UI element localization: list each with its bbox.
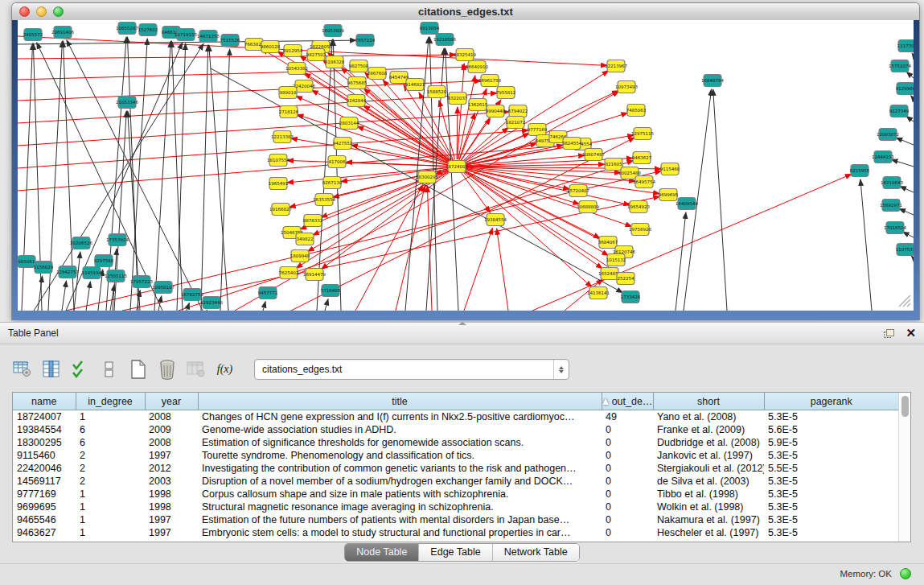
table-cell[interactable]: 1 bbox=[76, 410, 145, 424]
table-row[interactable]: 911546021997Tourette syndrome. Phenomeno… bbox=[13, 449, 898, 462]
graph-node[interactable]: 10807487 bbox=[582, 149, 605, 161]
table-cell[interactable]: 1998 bbox=[145, 501, 198, 513]
graph-node[interactable]: 1145194 bbox=[82, 267, 102, 279]
graph-edge[interactable] bbox=[62, 281, 66, 311]
table-cell[interactable]: 9777169 bbox=[13, 488, 76, 501]
graph-edge[interactable] bbox=[446, 48, 458, 311]
graph-node[interactable]: 14136141 bbox=[587, 287, 610, 299]
graph-edge[interactable] bbox=[325, 299, 328, 311]
graph-node[interactable]: 349822 bbox=[296, 233, 314, 245]
graph-node[interactable]: 10958107 bbox=[152, 282, 175, 294]
table-cell[interactable]: Estimation of significance thresholds fo… bbox=[198, 436, 602, 449]
graph-node[interactable]: 3684067 bbox=[598, 237, 618, 249]
table-cell[interactable]: 9115460 bbox=[13, 449, 76, 462]
column-header-year[interactable]: year bbox=[145, 393, 198, 410]
table-cell[interactable]: 5.9E-5 bbox=[764, 436, 898, 449]
table-cell[interactable]: 5.6E-5 bbox=[764, 423, 898, 436]
graph-node[interactable]: 1733426 bbox=[621, 291, 641, 303]
graph-node[interactable]: 18300295 bbox=[416, 171, 438, 183]
graph-node[interactable]: 9427552 bbox=[333, 138, 353, 150]
table-cell[interactable]: Corpus callosum shape and size in male p… bbox=[198, 488, 602, 501]
graph-edge[interactable] bbox=[464, 155, 585, 166]
table-row[interactable]: 1938455462009Genome-wide association stu… bbox=[13, 423, 898, 436]
table-cell[interactable]: Embryonic stem cells: a model to study s… bbox=[198, 526, 602, 539]
graph-node[interactable]: 19756928 bbox=[629, 224, 651, 236]
graph-edge[interactable] bbox=[74, 252, 80, 311]
graph-node[interactable]: 12444151 bbox=[872, 151, 894, 163]
graph-edge[interactable] bbox=[201, 45, 208, 311]
graph-node[interactable]: 12213383 bbox=[271, 131, 294, 143]
graph-edge[interactable] bbox=[906, 116, 914, 122]
graph-node[interactable]: 7485063 bbox=[626, 105, 647, 117]
table-row[interactable]: 2242004622012Investigating the contribut… bbox=[13, 462, 898, 475]
table-cell[interactable]: Estimation of the future numbers of pati… bbox=[198, 513, 602, 526]
graph-edge[interactable] bbox=[903, 232, 914, 237]
graph-node[interactable]: 16961758 bbox=[478, 75, 501, 87]
graph-edge[interactable] bbox=[911, 256, 914, 258]
table-cell[interactable]: 19384554 bbox=[13, 423, 76, 436]
graph-node[interactable]: 9227349 bbox=[889, 105, 910, 117]
table-row[interactable]: 969969511998Structural magnetic resonanc… bbox=[13, 501, 898, 513]
table-cell[interactable]: 5.3E-5 bbox=[764, 475, 898, 488]
graph-node[interactable]: 1527602 bbox=[138, 24, 158, 36]
graph-node[interactable]: 16409544 bbox=[676, 198, 698, 210]
column-header-name[interactable]: name bbox=[13, 393, 76, 410]
table-cell[interactable]: 2009 bbox=[145, 423, 198, 436]
table-cell[interactable]: Franke et al. (2009) bbox=[653, 423, 764, 436]
graph-node[interactable]: 12093872 bbox=[877, 129, 899, 141]
function-builder-icon[interactable]: f(x) bbox=[214, 359, 236, 381]
graph-edge[interactable] bbox=[906, 72, 914, 78]
graph-edge[interactable] bbox=[296, 96, 450, 163]
graph-node[interactable]: 1107533 bbox=[896, 244, 914, 256]
new-table-icon[interactable] bbox=[127, 359, 149, 381]
graph-edge[interactable] bbox=[676, 212, 686, 311]
graph-node[interactable]: 8267130 bbox=[322, 177, 343, 189]
graph-node[interactable]: 5716485 bbox=[321, 285, 341, 297]
panel-drag-handle-icon[interactable] bbox=[458, 322, 466, 325]
graph-node[interactable]: 16848784 bbox=[701, 75, 724, 87]
graph-edge[interactable] bbox=[458, 76, 475, 159]
graph-node[interactable]: 10655287 bbox=[116, 23, 138, 35]
graph-node[interactable]: 9463627 bbox=[632, 152, 652, 164]
table-cell[interactable]: 0 bbox=[602, 501, 653, 513]
graph-node[interactable]: 20206526 bbox=[70, 237, 92, 249]
table-cell[interactable]: de Silva et al. (2003) bbox=[653, 475, 764, 488]
graph-node[interactable]: 9457771 bbox=[258, 287, 278, 299]
table-cell[interactable]: 2 bbox=[76, 449, 145, 462]
graph-node[interactable]: 1809948 bbox=[290, 250, 310, 262]
table-row[interactable]: 977716911998Corpus callosum shape and si… bbox=[13, 488, 898, 501]
column-header-pagerank[interactable]: pagerank bbox=[764, 393, 898, 410]
graph-edge[interactable] bbox=[427, 186, 432, 311]
graph-node[interactable]: 18107554 bbox=[267, 154, 290, 167]
table-cell[interactable]: 0 bbox=[602, 475, 653, 488]
graph-node[interactable]: 2718126 bbox=[279, 106, 299, 118]
graph-node[interactable]: 10719155 bbox=[175, 29, 197, 41]
graph-node[interactable]: 18325419 bbox=[454, 49, 476, 61]
graph-node[interactable]: 10973493 bbox=[615, 81, 638, 93]
graph-node[interactable]: 12505115 bbox=[105, 270, 127, 282]
table-cell[interactable]: Structural magnetic resonance image aver… bbox=[198, 501, 602, 513]
graph-node[interactable]: 1965491 bbox=[269, 178, 289, 190]
table-cell[interactable]: 0 bbox=[602, 513, 653, 526]
graph-node[interactable]: 8912954 bbox=[283, 45, 303, 57]
graph-node[interactable]: 1015132 bbox=[606, 254, 626, 266]
float-window-icon[interactable] bbox=[884, 329, 894, 338]
graph-node[interactable]: 821605 bbox=[605, 159, 622, 171]
table-cell[interactable]: 5.3E-5 bbox=[764, 513, 898, 526]
table-cell[interactable]: 0 bbox=[602, 436, 653, 449]
network-window-titlebar[interactable]: citations_edges.txt bbox=[12, 3, 919, 21]
graph-node[interactable]: 16914479 bbox=[303, 269, 326, 281]
table-cell[interactable]: 5.3E-5 bbox=[764, 449, 898, 462]
graph-node[interactable]: 16053809 bbox=[322, 25, 344, 37]
table-cell[interactable]: 9699695 bbox=[13, 501, 76, 513]
graph-node[interactable]: 19384554 bbox=[484, 214, 507, 226]
tab-network-table[interactable]: Network Table bbox=[493, 544, 579, 561]
tab-node-table[interactable]: Node Table bbox=[345, 544, 419, 561]
table-cell[interactable]: 9463627 bbox=[13, 526, 76, 539]
tab-edge-table[interactable]: Edge Table bbox=[419, 544, 492, 561]
graph-node[interactable]: 1117304 bbox=[897, 40, 914, 52]
table-cell[interactable]: 1998 bbox=[145, 488, 198, 501]
graph-node[interactable]: 17957223 bbox=[130, 276, 153, 288]
table-cell[interactable]: 0 bbox=[602, 423, 653, 436]
table-cell[interactable]: 2003 bbox=[145, 475, 198, 488]
